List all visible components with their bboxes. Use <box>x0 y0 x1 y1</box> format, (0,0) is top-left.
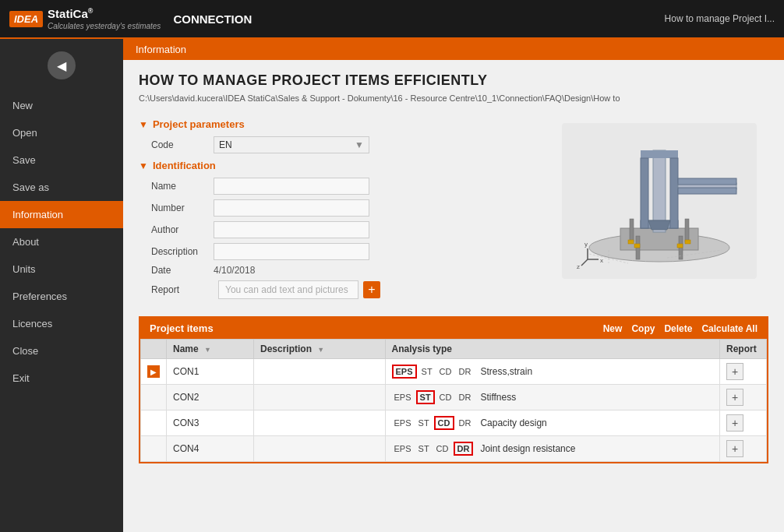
add-report-row-button[interactable]: + <box>726 414 743 432</box>
main-content: Information HOW TO MANAGE PROJECT ITEMS … <box>123 39 784 532</box>
description-sort-icon[interactable]: ▼ <box>317 346 324 354</box>
sidebar-item-close[interactable]: Close <box>0 337 123 365</box>
app-header: IDEA StatiCa® Calculates yesterday's est… <box>0 0 784 39</box>
analysis-tag-eps[interactable]: EPS <box>392 392 414 403</box>
author-label: Author <box>151 224 214 235</box>
content-area: HOW TO MANAGE PROJECT ITEMS EFFICIENTLY … <box>123 60 784 476</box>
sidebar-item-new[interactable]: New <box>0 92 123 119</box>
cell-report: + <box>720 436 767 462</box>
name-label: Name <box>151 181 214 192</box>
date-row: Date 4/10/2018 <box>151 265 535 276</box>
back-button[interactable]: ◀ <box>48 51 76 79</box>
add-report-row-button[interactable]: + <box>726 363 743 380</box>
th-name: Name ▼ <box>167 340 254 359</box>
svg-rect-13 <box>641 158 648 228</box>
svg-rect-10 <box>653 150 666 232</box>
add-report-row-button[interactable]: + <box>726 389 743 406</box>
table-row: CON4EPSSTCDDRJoint design resistance+ <box>141 436 767 462</box>
analysis-tag-cd[interactable]: CD <box>434 416 454 430</box>
sidebar-item-save[interactable]: Save <box>0 146 123 174</box>
code-select[interactable]: EN ▼ <box>214 136 369 153</box>
sidebar-item-exit[interactable]: Exit <box>0 365 123 392</box>
header-help-text: How to manage Project I... <box>665 13 775 24</box>
cell-name: CON4 <box>167 436 254 462</box>
form-section: ▼ Project parameters Code EN ▼ ▼ Identif… <box>139 115 535 304</box>
table-row: ▶CON1EPSSTCDDRStress,strain+ <box>141 359 767 385</box>
cell-report: + <box>720 410 767 436</box>
th-report: Report <box>720 340 767 359</box>
svg-rect-8 <box>634 244 640 248</box>
delete-item-button[interactable]: Delete <box>664 323 692 334</box>
add-report-button[interactable]: + <box>363 281 380 298</box>
analysis-tag-cd[interactable]: CD <box>437 392 454 403</box>
analysis-tag-eps[interactable]: EPS <box>392 417 414 428</box>
analysis-tag-st[interactable]: ST <box>416 417 432 428</box>
name-row: Name <box>151 178 535 195</box>
cell-report: + <box>720 359 767 385</box>
analysis-tag-dr[interactable]: DR <box>457 392 474 403</box>
report-row: Report You can add text and pictures + <box>151 280 535 299</box>
reg-symbol: ® <box>88 7 94 15</box>
number-input[interactable] <box>214 199 369 217</box>
sidebar-item-information[interactable]: Information <box>0 201 123 228</box>
sidebar-item-units[interactable]: Units <box>0 255 123 283</box>
number-row: Number <box>151 199 535 217</box>
cell-analysis: EPSSTCDDRCapacity design <box>385 410 719 436</box>
analysis-tag-eps[interactable]: EPS <box>392 443 414 454</box>
analysis-text: Capacity design <box>480 417 546 428</box>
sidebar-item-preferences[interactable]: Preferences <box>0 283 123 310</box>
calculate-all-button[interactable]: Calculate All <box>701 323 758 334</box>
cell-description <box>253 359 385 385</box>
collapse-triangle-icon[interactable]: ▼ <box>139 119 148 130</box>
th-expand <box>141 340 167 359</box>
expand-row-button[interactable]: ▶ <box>147 365 160 378</box>
new-item-button[interactable]: New <box>603 323 623 334</box>
sidebar-item-open[interactable]: Open <box>0 119 123 146</box>
report-placeholder: You can add text and pictures <box>218 280 358 299</box>
analysis-tag-cd[interactable]: CD <box>434 443 451 454</box>
analysis-tag-eps[interactable]: EPS <box>392 365 417 379</box>
analysis-tag-cd[interactable]: CD <box>437 366 454 377</box>
analysis-tag-dr[interactable]: DR <box>454 442 474 456</box>
project-items-section: Project items New Copy Delete Calculate … <box>139 316 768 463</box>
analysis-tag-dr[interactable]: DR <box>457 366 474 377</box>
name-input[interactable] <box>214 178 369 195</box>
project-items-header: Project items New Copy Delete Calculate … <box>140 318 767 339</box>
sidebar-item-about[interactable]: About <box>0 228 123 255</box>
cell-analysis: EPSSTCDDRJoint design resistance <box>385 436 719 462</box>
author-input[interactable] <box>214 221 369 238</box>
copy-item-button[interactable]: Copy <box>631 323 655 334</box>
analysis-tag-st[interactable]: ST <box>419 366 435 377</box>
page-title: HOW TO MANAGE PROJECT ITEMS EFFICIENTLY <box>139 72 768 89</box>
identification-header: ▼ Identification <box>139 160 535 171</box>
th-description: Description ▼ <box>253 340 385 359</box>
add-report-row-button[interactable]: + <box>726 440 743 457</box>
project-params-title: Project parameters <box>153 118 245 130</box>
th-analysis-type: Analysis type <box>385 340 719 359</box>
main-layout: ◀ New Open Save Save as Information Abou… <box>0 39 784 532</box>
name-sort-icon[interactable]: ▼ <box>204 346 211 354</box>
author-row: Author <box>151 221 535 238</box>
analysis-tag-st[interactable]: ST <box>416 443 432 454</box>
table-row: CON2EPSSTCDDRStiffness+ <box>141 385 767 410</box>
image-section: x y z <box>550 115 768 304</box>
analysis-tag-dr[interactable]: DR <box>457 417 474 428</box>
svg-rect-6 <box>628 240 634 244</box>
collapse-triangle-identification-icon[interactable]: ▼ <box>139 160 148 171</box>
description-label: Description <box>151 246 214 257</box>
identification-title: Identification <box>153 160 216 171</box>
table-row: CON3EPSSTCDDRCapacity design+ <box>141 410 767 436</box>
description-input[interactable] <box>214 243 369 260</box>
sidebar-item-licences[interactable]: Licences <box>0 310 123 337</box>
logo-idea-text: IDEA <box>14 13 38 25</box>
logo-brand-text: StatiCa® <box>48 7 93 20</box>
sidebar-item-save-as[interactable]: Save as <box>0 174 123 201</box>
svg-text:y: y <box>584 241 588 248</box>
svg-rect-2 <box>630 219 634 242</box>
code-label: Code <box>151 139 214 150</box>
analysis-tag-st[interactable]: ST <box>416 390 435 404</box>
code-value: EN <box>219 139 232 150</box>
cell-name: CON3 <box>167 410 254 436</box>
file-path: C:\Users\david.kucera\IDEA StatiCa\Sales… <box>139 93 768 103</box>
description-row: Description <box>151 243 535 260</box>
